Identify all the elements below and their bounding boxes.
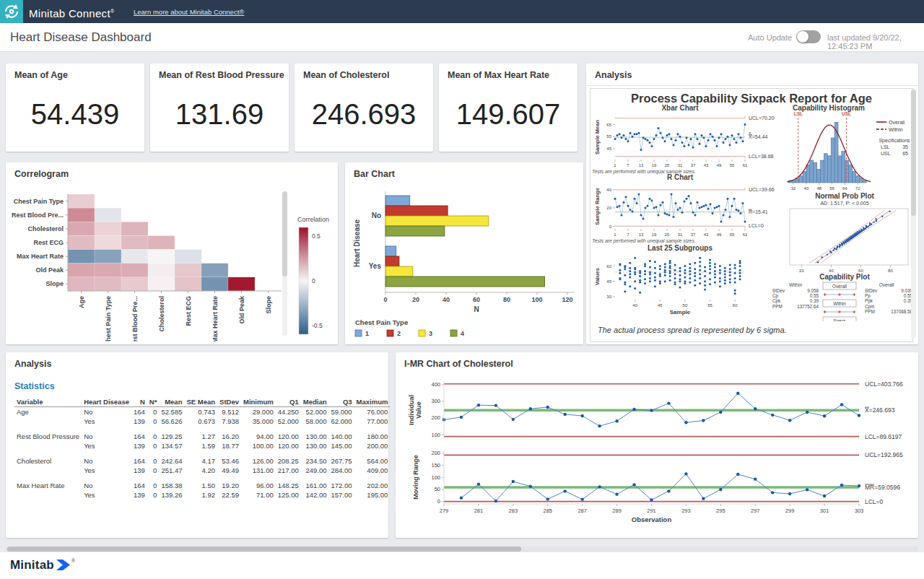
panel-title: Bar Chart <box>354 169 395 179</box>
kpi-value: 131.69 <box>150 98 289 131</box>
svg-text:0.5: 0.5 <box>312 232 321 240</box>
svg-text:45: 45 <box>658 303 663 308</box>
svg-text:19: 19 <box>652 232 657 237</box>
svg-text:0.55: 0.55 <box>810 293 819 298</box>
svg-text:65: 65 <box>606 123 611 127</box>
svg-text:Old Peak: Old Peak <box>35 266 64 274</box>
svg-text:Chest Pain Type: Chest Pain Type <box>105 296 112 341</box>
svg-text:13: 13 <box>639 163 644 167</box>
svg-text:4: 4 <box>461 330 464 337</box>
svg-text:Normal Prob Plot: Normal Prob Plot <box>815 192 874 200</box>
svg-text:60: 60 <box>733 303 738 308</box>
svg-text:N: N <box>474 305 479 313</box>
sixpack-scrollbar[interactable] <box>911 90 916 339</box>
svg-text:200: 200 <box>431 414 440 421</box>
svg-text:35: 35 <box>902 144 908 149</box>
svg-text:61: 61 <box>743 163 748 167</box>
svg-text:LCL=0: LCL=0 <box>749 223 764 228</box>
svg-text:150: 150 <box>431 462 440 469</box>
svg-text:AD: 1.517, P: < 0.005: AD: 1.517, P: < 0.005 <box>820 201 868 206</box>
kpi-card-mean-chol: Mean of Cholesterol 246.693 <box>295 64 433 152</box>
bar-chart: NoYes020406080100120NHeart DiseaseChest … <box>349 183 579 343</box>
svg-text:Overall: Overall <box>832 284 847 289</box>
svg-text:Correlation: Correlation <box>297 216 329 223</box>
svg-text:USL: USL <box>881 151 891 156</box>
svg-text:Overall: Overall <box>879 282 894 287</box>
svg-text:UCL=403.766: UCL=403.766 <box>865 380 903 388</box>
kpi-title: Mean of Rest Blood Pressure <box>159 70 284 80</box>
svg-text:80: 80 <box>503 296 510 303</box>
svg-text:43: 43 <box>704 232 709 237</box>
svg-text:55: 55 <box>707 303 712 308</box>
svg-text:20: 20 <box>799 269 804 273</box>
svg-text:Values: Values <box>594 268 601 285</box>
svg-text:X=54.44: X=54.44 <box>749 134 767 139</box>
learn-more-link[interactable]: Learn more about Minitab Connect® <box>134 0 244 23</box>
correlogram-scrollbar[interactable] <box>282 191 287 336</box>
kpi-card-mean-age: Mean of Age 54.439 <box>6 64 144 152</box>
svg-text:287: 287 <box>578 508 587 514</box>
svg-text:R=15.41: R=15.41 <box>749 209 768 214</box>
svg-text:Old Peak: Old Peak <box>238 295 245 324</box>
svg-text:65: 65 <box>902 151 908 156</box>
table-row: Rest Blood PressureNo1640129.251.2716.20… <box>14 432 390 441</box>
statistics-analysis-card: Analysis Statistics VariableHeart Diseas… <box>6 352 388 538</box>
sixpack-charts: Xbar Chart45556517131925313743495561UCL=… <box>590 105 912 321</box>
kpi-title: Mean of Age <box>14 70 68 80</box>
svg-text:0: 0 <box>383 296 387 303</box>
sixpack-report-title: Process Capability Sixpack Report for Ag… <box>590 92 912 105</box>
svg-text:LSL: LSL <box>881 144 890 149</box>
table-row: CholesterolNo1640242.644.1753.46126.0020… <box>14 456 390 466</box>
svg-text:Sample Range: Sample Range <box>594 188 601 225</box>
svg-text:100: 100 <box>431 474 440 481</box>
scrollbar-thumb[interactable] <box>7 547 521 552</box>
kpi-value: 54.439 <box>6 98 144 131</box>
svg-text:45: 45 <box>606 279 611 284</box>
svg-text:137752.64: 137752.64 <box>797 304 819 309</box>
svg-text:120: 120 <box>562 296 572 303</box>
svg-text:50: 50 <box>435 486 440 492</box>
svg-text:7: 7 <box>627 232 629 237</box>
svg-text:55: 55 <box>606 134 611 139</box>
svg-text:Capability Histogram: Capability Histogram <box>793 105 865 112</box>
svg-text:60: 60 <box>473 296 480 303</box>
svg-text:LCL=89.6197: LCL=89.6197 <box>865 433 902 440</box>
horizontal-scrollbar[interactable] <box>6 547 918 552</box>
svg-text:48: 48 <box>816 186 821 191</box>
svg-text:32: 32 <box>791 186 796 191</box>
svg-text:301: 301 <box>820 508 829 514</box>
minitab-connect-logo[interactable] <box>0 0 23 23</box>
table-spacer <box>14 450 390 456</box>
correlogram-card: Correlogram Chest Pain TypeRest Blood Pr… <box>6 162 338 344</box>
svg-text:1: 1 <box>614 232 616 237</box>
auto-update-toggle[interactable] <box>796 30 821 43</box>
svg-text:295: 295 <box>716 508 725 514</box>
svg-text:Specs: Specs <box>833 318 846 322</box>
svg-text:Within: Within <box>789 282 802 287</box>
svg-text:Age: Age <box>78 296 85 308</box>
svg-text:45: 45 <box>606 147 611 151</box>
svg-text:Chest Pain Type: Chest Pain Type <box>355 318 408 326</box>
svg-text:Rest ECG: Rest ECG <box>33 239 64 246</box>
svg-text:Last 25 Subgroups: Last 25 Subgroups <box>648 244 712 252</box>
dashboard-header: Heart Disease Dashboard Auto Update last… <box>0 23 924 52</box>
panel-title: Analysis <box>14 359 51 369</box>
svg-text:37: 37 <box>691 232 696 237</box>
statistics-heading: Statistics <box>14 381 55 391</box>
scrollbar-thumb[interactable] <box>282 191 287 277</box>
imr-chart: 100200300400UCL=403.766X=246.693LCL=89.6… <box>399 375 915 533</box>
scrollbar-thumb[interactable] <box>911 90 916 216</box>
svg-text:UCL=70.20: UCL=70.20 <box>749 116 775 121</box>
svg-text:PPM: PPM <box>772 304 783 309</box>
kpi-title: Mean of Max Heart Rate <box>448 70 549 80</box>
table-row: AgeNo164052.5850.7439.51229.00044.25052.… <box>14 407 390 417</box>
table-row: Yes139056.6260.6737.93835.00052.00058.00… <box>14 417 390 426</box>
panel-title: Analysis <box>595 70 632 80</box>
svg-text:0: 0 <box>312 277 315 284</box>
svg-text:Capability Plot: Capability Plot <box>819 273 870 281</box>
sixpack-footnote: The actual process spread is represented… <box>598 326 787 334</box>
kpi-card-mean-rbp: Mean of Rest Blood Pressure 131.69 <box>150 64 289 152</box>
imr-card: I-MR Chart of Cholesterol 100200300400UC… <box>396 352 918 538</box>
svg-text:Yes: Yes <box>369 262 382 270</box>
svg-text:Xbar Chart: Xbar Chart <box>661 105 699 112</box>
